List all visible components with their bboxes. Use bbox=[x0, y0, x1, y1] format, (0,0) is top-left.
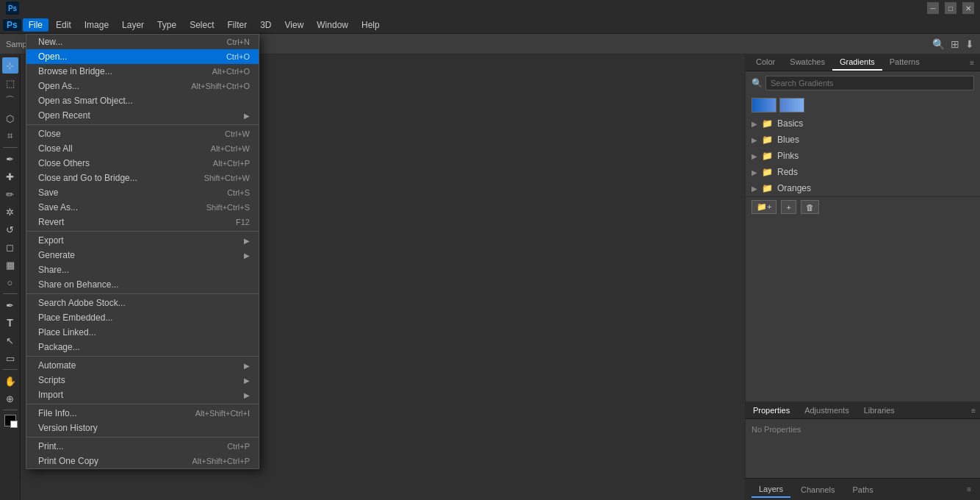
tab-gradients[interactable]: Gradients bbox=[832, 54, 882, 71]
brush-tool[interactable]: ✏ bbox=[2, 186, 18, 202]
menu-item-open-recent[interactable]: Open Recent ▶ bbox=[26, 108, 259, 123]
no-properties-text: No Properties bbox=[752, 425, 801, 434]
right-panels: Color Swatches Gradients Patterns ≡ 🔍 ▶ … bbox=[745, 54, 980, 500]
menu-item-save[interactable]: Save Ctrl+S bbox=[26, 185, 259, 200]
menu-item-open[interactable]: Open... Ctrl+O bbox=[26, 49, 259, 64]
menu-type[interactable]: Type bbox=[151, 18, 182, 32]
title-bar-controls[interactable]: ─ □ ✕ bbox=[927, 2, 974, 14]
healing-brush-tool[interactable]: ✚ bbox=[2, 168, 18, 185]
tab-properties[interactable]: Properties bbox=[746, 402, 797, 418]
menu-filter[interactable]: Filter bbox=[221, 18, 253, 32]
new-gradient-button[interactable]: + bbox=[781, 200, 796, 214]
text-tool[interactable]: T bbox=[2, 315, 18, 331]
menu-item-place-embedded[interactable]: Place Embedded... bbox=[26, 310, 259, 325]
tool-separator-2 bbox=[3, 293, 18, 294]
menu-item-revert[interactable]: Revert F12 bbox=[26, 215, 259, 229]
eraser-tool[interactable]: ◻ bbox=[2, 239, 18, 255]
menu-item-browse-bridge[interactable]: Browse in Bridge... Alt+Ctrl+O bbox=[26, 64, 259, 79]
generate-arrow: ▶ bbox=[244, 251, 250, 260]
gradient-swatch-1[interactable] bbox=[752, 98, 777, 113]
gradient-folder-reds[interactable]: ▶ 📁 Reds bbox=[746, 164, 980, 180]
move-tool[interactable]: ⊹ bbox=[2, 57, 18, 74]
pinks-folder-icon: 📁 bbox=[762, 151, 773, 161]
delete-gradient-button[interactable]: 🗑 bbox=[801, 200, 819, 214]
menu-item-open-as[interactable]: Open As... Alt+Shift+Ctrl+O bbox=[26, 79, 259, 93]
zoom-tool[interactable]: ⊕ bbox=[2, 390, 18, 407]
minimize-button[interactable]: ─ bbox=[927, 2, 939, 14]
menu-item-close-go-bridge[interactable]: Close and Go to Bridge... Shift+Ctrl+W bbox=[26, 171, 259, 185]
history-brush-tool[interactable]: ↺ bbox=[2, 221, 18, 238]
rectangular-marquee-tool[interactable]: ⬚ bbox=[2, 75, 18, 91]
panel-menu-icon[interactable]: ≡ bbox=[967, 59, 977, 67]
tab-color[interactable]: Color bbox=[749, 54, 782, 71]
separator-3 bbox=[26, 293, 259, 294]
pen-tool[interactable]: ✒ bbox=[2, 297, 18, 313]
menu-item-export[interactable]: Export ▶ bbox=[26, 233, 259, 248]
tab-libraries[interactable]: Libraries bbox=[857, 402, 902, 418]
tool-separator-3 bbox=[3, 369, 18, 370]
menu-item-place-linked[interactable]: Place Linked... bbox=[26, 325, 259, 340]
tab-patterns[interactable]: Patterns bbox=[882, 54, 927, 71]
menu-image[interactable]: Image bbox=[79, 18, 115, 32]
menu-select[interactable]: Select bbox=[184, 18, 220, 32]
menu-view[interactable]: View bbox=[279, 18, 310, 32]
gradient-panel-tabs: Color Swatches Gradients Patterns ≡ bbox=[746, 54, 980, 71]
quick-selection-tool[interactable]: ⬡ bbox=[2, 110, 18, 126]
menu-item-close[interactable]: Close Ctrl+W bbox=[26, 126, 259, 141]
path-select-tool[interactable]: ↖ bbox=[2, 332, 18, 349]
menu-item-close-others[interactable]: Close Others Alt+Ctrl+P bbox=[26, 156, 259, 171]
gradient-folder-blues[interactable]: ▶ 📁 Blues bbox=[746, 132, 980, 148]
menu-item-package[interactable]: Package... bbox=[26, 340, 259, 354]
menu-item-print-one-copy[interactable]: Print One Copy Alt+Shift+Ctrl+P bbox=[26, 454, 259, 468]
gradient-folder-pinks[interactable]: ▶ 📁 Pinks bbox=[746, 148, 980, 164]
shape-tool[interactable]: ▭ bbox=[2, 350, 18, 366]
tab-adjustments[interactable]: Adjustments bbox=[797, 402, 857, 418]
menu-item-search-stock[interactable]: Search Adobe Stock... bbox=[26, 296, 259, 310]
menu-file[interactable]: File bbox=[23, 18, 48, 32]
menu-item-automate[interactable]: Automate ▶ bbox=[26, 358, 259, 373]
gradient-folder-oranges[interactable]: ▶ 📁 Oranges bbox=[746, 180, 980, 196]
crop-tool[interactable]: ⌗ bbox=[2, 128, 18, 144]
gradient-folder-basics[interactable]: ▶ 📁 Basics bbox=[746, 115, 980, 132]
tab-channels[interactable]: Channels bbox=[793, 482, 842, 497]
clone-stamp-tool[interactable]: ✲ bbox=[2, 204, 18, 220]
oranges-folder-icon: 📁 bbox=[762, 183, 773, 193]
lasso-tool[interactable]: ⌒ bbox=[2, 93, 18, 109]
title-bar-left: Ps bbox=[6, 1, 19, 15]
layout-icon[interactable]: ⊞ bbox=[951, 38, 959, 50]
download-icon[interactable]: ⬇ bbox=[965, 38, 974, 50]
search-icon[interactable]: 🔍 bbox=[932, 38, 945, 50]
menu-item-open-smart-object[interactable]: Open as Smart Object... bbox=[26, 93, 259, 108]
menu-item-import[interactable]: Import ▶ bbox=[26, 388, 259, 402]
menu-item-generate[interactable]: Generate ▶ bbox=[26, 248, 259, 262]
menu-help[interactable]: Help bbox=[356, 18, 386, 32]
menu-item-share-behance[interactable]: Share on Behance... bbox=[26, 277, 259, 292]
hand-tool[interactable]: ✋ bbox=[2, 373, 18, 389]
eyedropper-tool[interactable]: ✒ bbox=[2, 151, 18, 167]
menu-item-version-history[interactable]: Version History bbox=[26, 421, 259, 435]
layers-menu-icon[interactable]: ≡ bbox=[964, 485, 974, 493]
menu-item-new[interactable]: New... Ctrl+N bbox=[26, 35, 259, 49]
new-folder-button[interactable]: 📁+ bbox=[752, 200, 777, 214]
gradient-tool[interactable]: ▦ bbox=[2, 257, 18, 273]
properties-menu-icon[interactable]: ≡ bbox=[967, 407, 980, 415]
menu-item-close-all[interactable]: Close All Alt+Ctrl+W bbox=[26, 141, 259, 156]
close-button[interactable]: ✕ bbox=[962, 2, 974, 14]
menu-item-save-as[interactable]: Save As... Shift+Ctrl+S bbox=[26, 200, 259, 215]
tab-paths[interactable]: Paths bbox=[846, 482, 881, 497]
tab-layers[interactable]: Layers bbox=[752, 482, 790, 498]
tab-swatches[interactable]: Swatches bbox=[782, 54, 832, 71]
gradient-swatch-2[interactable] bbox=[779, 98, 804, 113]
menu-ps[interactable]: Ps bbox=[3, 19, 21, 31]
menu-edit[interactable]: Edit bbox=[50, 18, 77, 32]
maximize-button[interactable]: □ bbox=[945, 2, 956, 14]
menu-layer[interactable]: Layer bbox=[116, 18, 150, 32]
menu-item-scripts[interactable]: Scripts ▶ bbox=[26, 373, 259, 388]
dodge-tool[interactable]: ○ bbox=[2, 274, 18, 290]
menu-item-print[interactable]: Print... Ctrl+P bbox=[26, 439, 259, 454]
menu-window[interactable]: Window bbox=[311, 18, 354, 32]
menu-item-file-info[interactable]: File Info... Alt+Shift+Ctrl+I bbox=[26, 406, 259, 421]
menu-3d[interactable]: 3D bbox=[254, 18, 277, 32]
menu-item-share[interactable]: Share... bbox=[26, 262, 259, 277]
search-gradients-input[interactable] bbox=[765, 76, 974, 90]
